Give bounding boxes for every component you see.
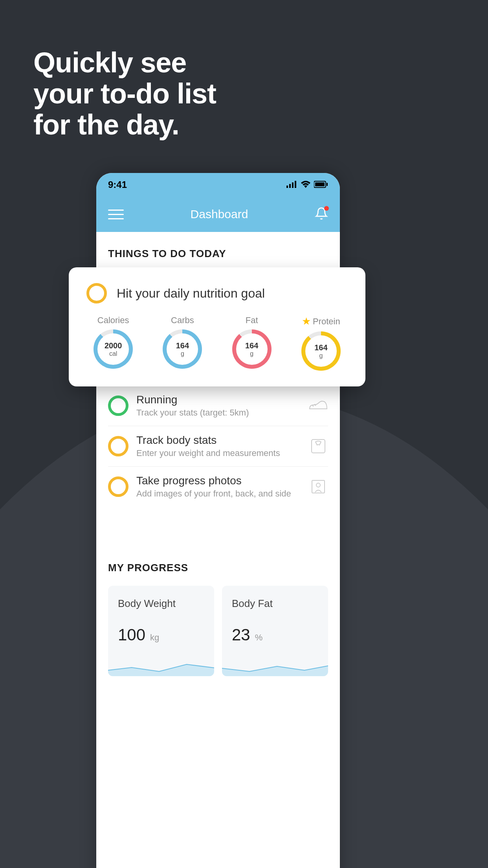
macro-value: 2000 xyxy=(105,341,122,350)
battery-icon xyxy=(314,179,328,190)
macro-item[interactable]: Calories 2000 cal xyxy=(94,315,133,371)
svg-rect-1 xyxy=(289,184,291,188)
progress-card-fat[interactable]: Body Fat 23 % xyxy=(222,586,328,676)
status-time: 9:41 xyxy=(108,179,127,190)
svg-rect-3 xyxy=(295,181,296,188)
progress-card-title: Body Weight xyxy=(118,598,204,610)
task-item[interactable]: Running Track your stats (target: 5km) xyxy=(108,386,328,426)
svg-point-9 xyxy=(316,483,320,487)
progress-unit: kg xyxy=(150,633,159,643)
nutrition-card-title: Hit your daily nutrition goal xyxy=(117,286,265,301)
task-title: Track body stats xyxy=(136,434,301,447)
task-subtitle: Enter your weight and measurements xyxy=(136,448,301,458)
svg-rect-5 xyxy=(315,182,325,186)
notification-dot xyxy=(324,206,329,211)
task-subtitle: Add images of your front, back, and side xyxy=(136,489,301,499)
sparkline-chart xyxy=(108,657,214,676)
svg-rect-6 xyxy=(327,183,328,186)
macro-item[interactable]: Fat 164 g xyxy=(232,315,272,371)
svg-rect-7 xyxy=(312,440,325,453)
photo-icon xyxy=(308,477,328,497)
progress-section-title: MY PROGRESS xyxy=(108,562,328,574)
macro-unit: g xyxy=(181,350,184,357)
macro-unit: g xyxy=(250,350,253,357)
svg-rect-2 xyxy=(292,182,294,188)
progress-value: 100 xyxy=(118,625,145,644)
macro-ring: 164 g xyxy=(163,329,202,369)
macro-ring: 2000 cal xyxy=(94,329,133,369)
macro-label: Calories xyxy=(97,315,129,326)
sparkline-chart xyxy=(222,657,328,676)
svg-rect-0 xyxy=(286,186,288,188)
marketing-headline: Quickly see your to-do list for the day. xyxy=(33,47,216,141)
task-subtitle: Track your stats (target: 5km) xyxy=(136,408,301,418)
macro-value: 164 xyxy=(314,343,327,352)
progress-card-weight[interactable]: Body Weight 100 kg xyxy=(108,586,214,676)
nutrition-goal-card[interactable]: Hit your daily nutrition goal Calories 2… xyxy=(69,267,365,386)
notifications-button[interactable] xyxy=(315,207,328,222)
todo-section-title: THINGS TO DO TODAY xyxy=(108,248,328,260)
macro-label: ★Protein xyxy=(302,315,340,327)
macro-ring: 164 g xyxy=(301,331,341,371)
macro-label: Fat xyxy=(246,315,258,326)
page-title: Dashboard xyxy=(191,208,248,221)
wifi-icon xyxy=(301,179,311,190)
macro-label: Carbs xyxy=(171,315,194,326)
star-icon: ★ xyxy=(302,315,311,327)
shoe-icon xyxy=(308,396,328,416)
task-status-circle xyxy=(108,395,128,416)
status-bar: 9:41 xyxy=(96,173,340,197)
task-status-circle xyxy=(108,476,128,497)
progress-unit: % xyxy=(255,633,263,643)
macro-ring: 164 g xyxy=(232,329,272,369)
macro-value: 164 xyxy=(176,341,189,350)
task-item[interactable]: Track body stats Enter your weight and m… xyxy=(108,426,328,467)
macro-unit: cal xyxy=(109,350,117,357)
cellular-icon xyxy=(286,179,297,190)
task-item[interactable]: Take progress photos Add images of your … xyxy=(108,467,328,507)
menu-icon[interactable] xyxy=(108,210,124,219)
task-title: Take progress photos xyxy=(136,474,301,487)
progress-value: 23 xyxy=(232,625,250,644)
progress-card-title: Body Fat xyxy=(232,598,318,610)
macro-unit: g xyxy=(319,352,323,359)
nav-bar: Dashboard xyxy=(96,197,340,232)
macro-value: 164 xyxy=(245,341,258,350)
macro-item[interactable]: Carbs 164 g xyxy=(163,315,202,371)
task-status-circle xyxy=(86,283,107,303)
scale-icon xyxy=(308,436,328,456)
task-title: Running xyxy=(136,394,301,406)
task-status-circle xyxy=(108,436,128,456)
macro-item[interactable]: ★Protein 164 g xyxy=(301,315,341,371)
